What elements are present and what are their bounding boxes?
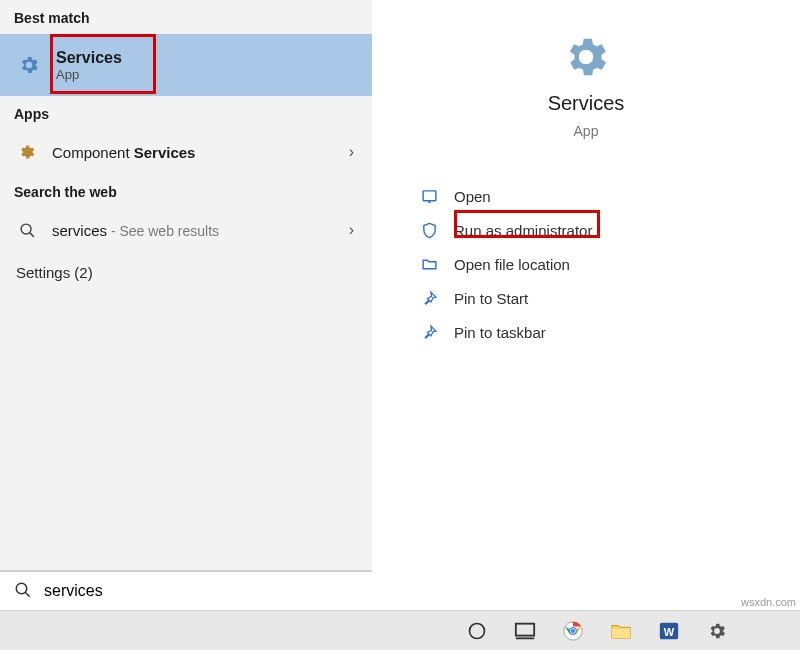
result-label: services - See web results: [52, 222, 372, 239]
action-pin-to-taskbar[interactable]: Pin to taskbar: [418, 315, 800, 349]
services-large-gear-icon: [559, 30, 613, 84]
svg-line-1: [29, 232, 33, 236]
watermark-text: wsxdn.com: [741, 596, 796, 608]
search-icon: [16, 222, 38, 239]
settings-gear-icon[interactable]: [704, 618, 730, 644]
action-open[interactable]: Open: [418, 179, 800, 213]
best-match-services[interactable]: Services App: [0, 34, 372, 96]
apps-header: Apps: [0, 96, 372, 130]
open-icon: [418, 188, 440, 205]
search-input[interactable]: [44, 582, 324, 600]
settings-results-link[interactable]: Settings (2): [0, 252, 372, 293]
services-gear-icon: [16, 52, 42, 78]
task-view-icon[interactable]: [512, 618, 538, 644]
pin-icon: [418, 290, 440, 307]
details-panel: Services App Open Run as administrator: [372, 0, 800, 610]
details-subtitle: App: [574, 123, 599, 139]
details-title: Services: [548, 92, 625, 115]
chrome-icon[interactable]: [560, 618, 586, 644]
svg-point-12: [571, 628, 575, 632]
annotation-highlight: [454, 210, 600, 238]
pin-icon: [418, 324, 440, 341]
svg-point-5: [470, 623, 485, 638]
svg-point-3: [16, 583, 27, 594]
search-input-bar[interactable]: [0, 570, 372, 610]
search-results-panel: Best match Services App Apps Component S…: [0, 0, 372, 610]
shield-icon: [418, 222, 440, 239]
action-pin-to-start[interactable]: Pin to Start: [418, 281, 800, 315]
svg-line-4: [25, 592, 30, 597]
result-label: Component Services: [52, 144, 372, 161]
component-services-icon: [16, 143, 38, 161]
action-label: Pin to taskbar: [454, 324, 546, 341]
cortana-icon[interactable]: [464, 618, 490, 644]
search-web-header: Search the web: [0, 174, 372, 208]
action-label: Open: [454, 188, 491, 205]
taskbar: W: [0, 610, 800, 650]
result-web-search[interactable]: services - See web results ›: [0, 208, 372, 252]
folder-icon: [418, 256, 440, 273]
action-run-as-admin[interactable]: Run as administrator: [418, 213, 800, 247]
svg-rect-2: [423, 190, 436, 200]
file-explorer-icon[interactable]: [608, 618, 634, 644]
word-icon[interactable]: W: [656, 618, 682, 644]
svg-rect-6: [516, 623, 534, 635]
action-open-file-location[interactable]: Open file location: [418, 247, 800, 281]
best-match-header: Best match: [0, 0, 372, 34]
chevron-right-icon[interactable]: ›: [349, 221, 354, 239]
action-label: Pin to Start: [454, 290, 528, 307]
svg-point-0: [21, 224, 31, 234]
search-icon: [14, 581, 32, 602]
chevron-right-icon[interactable]: ›: [349, 143, 354, 161]
svg-text:W: W: [664, 625, 675, 637]
result-component-services[interactable]: Component Services ›: [0, 130, 372, 174]
svg-rect-13: [612, 628, 630, 638]
action-label: Open file location: [454, 256, 570, 273]
annotation-highlight: [50, 34, 156, 94]
